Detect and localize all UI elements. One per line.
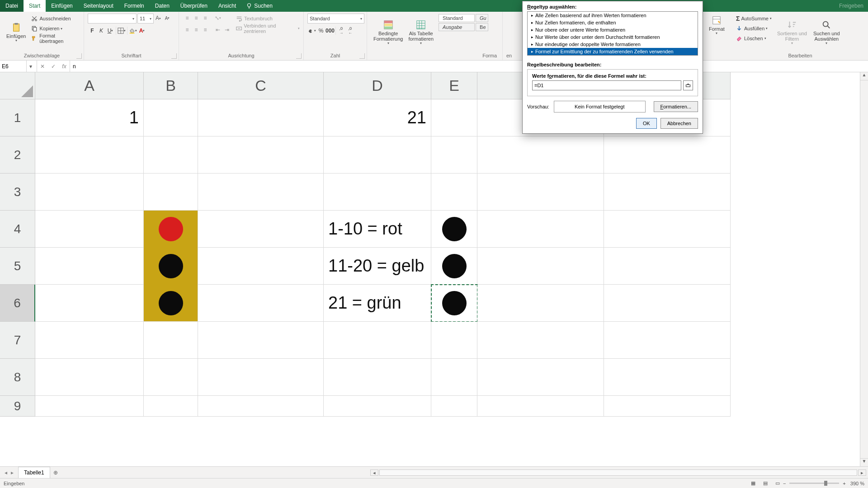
vertical-scrollbar[interactable]: ▲ ▼	[860, 72, 868, 466]
row-header-4[interactable]: 4	[0, 211, 35, 248]
cell-B5[interactable]	[144, 248, 198, 285]
cell-G4[interactable]	[604, 211, 731, 248]
decrease-font-button[interactable]: A▾	[163, 14, 172, 23]
cell-E9[interactable]	[431, 396, 477, 417]
row-header-1[interactable]: 1	[0, 99, 35, 136]
cell-C5[interactable]	[198, 248, 324, 285]
copy-button[interactable]: Kopieren ▾	[31, 23, 80, 33]
cell-E1[interactable]	[431, 99, 477, 136]
row-header-6[interactable]: 6	[0, 285, 35, 322]
cancel-button[interactable]: Abbrechen	[660, 118, 698, 129]
align-middle-button[interactable]: ≡	[192, 14, 201, 23]
accounting-button[interactable]: €▾	[307, 26, 316, 35]
cell-D5[interactable]: 11-20 = gelb	[324, 248, 431, 285]
align-top-button[interactable]: ≡	[183, 14, 192, 23]
formula-input[interactable]	[70, 63, 868, 70]
rule-type-option-4[interactable]: Nur eindeutige oder doppelte Werte forma…	[528, 41, 698, 48]
cell-E2[interactable]	[431, 136, 477, 174]
find-select-button[interactable]: Suchen und Auswählen▾	[811, 14, 843, 52]
fx-button[interactable]: fx	[59, 62, 70, 71]
row-header-9[interactable]: 9	[0, 396, 35, 417]
cell-D8[interactable]	[324, 359, 431, 396]
alignment-launcher[interactable]	[296, 53, 302, 59]
cancel-formula-button[interactable]: ✕	[37, 62, 48, 71]
rule-type-option-5[interactable]: Formel zur Ermittlung der zu formatieren…	[528, 48, 698, 55]
tab-ansicht[interactable]: Ansicht	[213, 0, 241, 12]
zoom-slider[interactable]	[789, 483, 839, 484]
name-box-dropdown[interactable]: ▾	[26, 61, 34, 72]
cell-style-ausgabe[interactable]: Ausgabe	[439, 23, 475, 31]
tab-seitenlayout[interactable]: Seitenlayout	[78, 0, 119, 12]
format-button[interactable]: Formatieren...	[654, 101, 698, 112]
cell-G5[interactable]	[604, 248, 731, 285]
orientation-button[interactable]: ⤡▾	[213, 14, 222, 23]
page-break-icon[interactable]: ▭	[772, 480, 783, 486]
formula-input-dialog[interactable]	[532, 80, 681, 90]
number-launcher[interactable]	[359, 53, 365, 59]
cell-D4[interactable]: 1-10 = rot	[324, 211, 431, 248]
cell-E4[interactable]	[431, 211, 477, 248]
view-buttons[interactable]: ▦ ▤ ▭	[748, 480, 783, 486]
format-as-table-button[interactable]: Als Tabelle formatieren▾	[406, 14, 436, 52]
cell-B7[interactable]	[144, 322, 198, 359]
italic-button[interactable]: K	[97, 26, 106, 35]
cell-A2[interactable]	[35, 136, 144, 174]
font-name-dropdown[interactable]: ▾	[88, 14, 137, 23]
fill-color-button[interactable]: ▾	[128, 26, 137, 35]
cell-B8[interactable]	[144, 359, 198, 396]
tab-daten[interactable]: Daten	[150, 0, 175, 12]
cell-B9[interactable]	[144, 396, 198, 417]
borders-button[interactable]: ▾	[117, 26, 126, 35]
format-painter-button[interactable]: Format übertragen	[31, 33, 80, 43]
number-format-dropdown[interactable]: Standard▾	[307, 14, 364, 23]
cell-C1[interactable]	[198, 99, 324, 136]
cell-A3[interactable]	[35, 174, 144, 211]
rule-type-list[interactable]: Alle Zellen basierend auf ihren Werten f…	[527, 11, 698, 56]
align-left-button[interactable]: ≡	[183, 25, 192, 34]
rule-type-option-0[interactable]: Alle Zellen basierend auf ihren Werten f…	[528, 12, 698, 19]
cell-G2[interactable]	[604, 136, 731, 174]
row-header-7[interactable]: 7	[0, 322, 35, 359]
cell-E5[interactable]	[431, 248, 477, 285]
merge-button[interactable]: Verbinden und zentrieren ▾	[236, 23, 300, 33]
cell-G8[interactable]	[604, 359, 731, 396]
fill-button[interactable]: Ausfüllen ▾	[736, 23, 772, 33]
cell-G9[interactable]	[604, 396, 731, 417]
cell-C8[interactable]	[198, 359, 324, 396]
tab-ueberpruefen[interactable]: Überprüfen	[175, 0, 213, 12]
cell-D1[interactable]: 21	[324, 99, 431, 136]
cell-D7[interactable]	[324, 322, 431, 359]
scroll-down-button[interactable]: ▼	[860, 458, 868, 466]
clear-button[interactable]: Löschen ▾	[736, 33, 772, 43]
cell-D6[interactable]: 21 = grün	[324, 285, 431, 322]
cell-D3[interactable]	[324, 174, 431, 211]
cell-E6[interactable]	[431, 285, 477, 322]
cell-D2[interactable]	[324, 136, 431, 174]
font-color-button[interactable]: A▾	[137, 26, 146, 35]
cell-E7[interactable]	[431, 322, 477, 359]
cell-E3[interactable]	[431, 174, 477, 211]
normal-view-icon[interactable]: ▦	[748, 480, 759, 486]
sort-filter-button[interactable]: Sortieren und Filtern▾	[774, 14, 810, 52]
share-button[interactable]: Freigeben	[839, 3, 863, 9]
zoom-in-button[interactable]: +	[843, 481, 845, 486]
cell-style-standard[interactable]: Standard	[439, 14, 475, 22]
wrap-text-button[interactable]: Textumbruch	[236, 14, 300, 23]
cell-F4[interactable]	[477, 211, 604, 248]
cell-G6[interactable]	[604, 285, 731, 322]
cell-E8[interactable]	[431, 359, 477, 396]
align-center-button[interactable]: ≡	[192, 25, 201, 34]
cell-C4[interactable]	[198, 211, 324, 248]
tab-datei[interactable]: Datei	[0, 0, 24, 12]
tab-start[interactable]: Start	[24, 0, 46, 12]
align-bottom-button[interactable]: ≡	[201, 14, 210, 23]
cell-style-be[interactable]: Be	[476, 23, 488, 31]
worksheet-grid[interactable]: ABCDEFG 123456789 1211-10 = rot11-20 = g…	[0, 72, 868, 466]
cell-F9[interactable]	[477, 396, 604, 417]
decrease-decimal-button[interactable]: ,0←	[346, 26, 355, 35]
cells-area[interactable]: 1211-10 = rot11-20 = gelb21 = grün	[35, 99, 731, 417]
row-header-8[interactable]: 8	[0, 359, 35, 396]
cell-F8[interactable]	[477, 359, 604, 396]
bold-button[interactable]: F	[88, 26, 97, 35]
cell-A4[interactable]	[35, 211, 144, 248]
